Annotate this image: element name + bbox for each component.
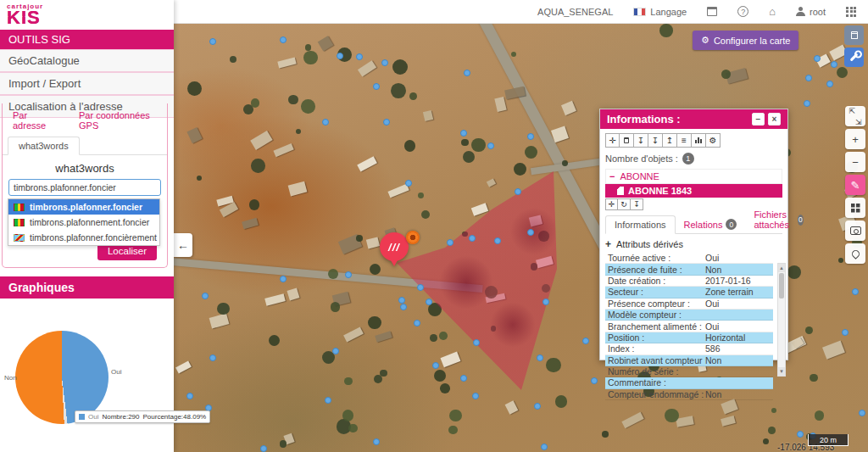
download-icon-button[interactable]: ↧	[648, 133, 663, 148]
tab-fichiers-attach-s[interactable]: Fichiers attachés0	[745, 206, 812, 233]
subscriber-point[interactable]	[432, 362, 439, 369]
subscriber-point[interactable]	[356, 53, 363, 60]
scroll-down-arrow[interactable]: ▼	[778, 367, 785, 376]
subscriber-point[interactable]	[814, 55, 821, 62]
subscriber-point[interactable]	[859, 410, 865, 416]
subscriber-point[interactable]	[527, 229, 534, 236]
subscriber-point[interactable]	[345, 271, 352, 278]
subscriber-point[interactable]	[186, 393, 193, 399]
scroll-up-arrow[interactable]: ▲	[778, 264, 785, 272]
subscriber-point[interactable]	[842, 329, 849, 336]
zoom-out-button[interactable]: −	[845, 152, 865, 172]
download-icon-button[interactable]: ↧	[631, 198, 643, 210]
subscriber-point[interactable]	[398, 297, 405, 304]
collapse-group-icon[interactable]: −	[609, 171, 615, 181]
subscriber-point[interactable]	[202, 293, 209, 299]
subscriber-point[interactable]	[591, 377, 598, 384]
table-row[interactable]: Numéro de série :	[605, 366, 773, 377]
refresh-icon-button[interactable]: ↻	[618, 198, 631, 210]
w3w-search-input[interactable]	[8, 179, 161, 196]
subscriber-point[interactable]	[373, 83, 380, 90]
table-row[interactable]: Présence compteur :Oui	[605, 299, 773, 310]
tab-relations[interactable]: Relations0	[676, 215, 746, 233]
subscriber-point[interactable]	[515, 188, 521, 195]
subscriber-point[interactable]	[209, 38, 216, 45]
close-panel-button[interactable]: ×	[768, 113, 781, 126]
layers-button[interactable]	[845, 198, 865, 218]
subscriber-point[interactable]	[260, 445, 267, 452]
subscriber-point[interactable]	[447, 239, 453, 246]
minimize-panel-button[interactable]: −	[752, 113, 765, 126]
informations-panel-header[interactable]: Informations : − ×	[600, 109, 787, 129]
subscriber-point[interactable]	[469, 235, 476, 242]
subscriber-point[interactable]	[280, 36, 287, 43]
panel-scrollbar[interactable]: ▲ ▼	[777, 263, 786, 377]
subscriber-point[interactable]	[426, 299, 432, 305]
subscriber-point[interactable]	[797, 431, 804, 438]
link-by-gps[interactable]: Par coordonnées GPS	[79, 110, 167, 131]
subscriber-point[interactable]	[383, 119, 390, 126]
table-row[interactable]: Présence de fuite :Non	[605, 264, 773, 275]
screenshot-button[interactable]	[845, 220, 865, 241]
suggestion-item[interactable]: timbrons.plafonner.foncier	[8, 199, 159, 215]
subscriber-point[interactable]	[541, 444, 548, 450]
apps-button[interactable]	[846, 7, 856, 17]
subscriber-point[interactable]	[460, 130, 467, 137]
subscriber-point[interactable]	[322, 119, 329, 126]
subscriber-point[interactable]	[373, 438, 380, 445]
link-by-address[interactable]: Par adresse	[13, 110, 60, 131]
upload-icon-button[interactable]: ↥	[663, 133, 677, 148]
move-icon-button[interactable]: ✛	[605, 133, 620, 148]
sidebar-collapse-button[interactable]: ←	[174, 233, 192, 257]
table-row[interactable]: Tournée active :Oui	[605, 253, 773, 264]
move-icon-button[interactable]: ✛	[605, 198, 618, 210]
subscriber-point[interactable]	[852, 288, 859, 295]
subscriber-point[interactable]	[804, 100, 810, 107]
selected-object-row[interactable]: ABONNE 1843	[605, 184, 782, 198]
app-logo[interactable]: cartajour KIS	[0, 0, 174, 30]
table-row[interactable]: Secteur :Zone terrain	[605, 287, 773, 298]
language-menu[interactable]: Langage	[633, 7, 687, 17]
help-button[interactable]: ?	[737, 6, 748, 17]
group-row-abonne[interactable]: − ABONNE	[605, 169, 782, 184]
subscriber-point[interactable]	[400, 304, 407, 310]
chart-icon-button[interactable]	[692, 133, 706, 148]
user-menu[interactable]: root	[796, 7, 826, 17]
table-row[interactable]: Index :586	[605, 343, 773, 354]
trash-icon-button[interactable]	[620, 133, 634, 148]
subscriber-point[interactable]	[417, 284, 424, 291]
subscriber-point[interactable]	[542, 299, 549, 305]
subscriber-point[interactable]	[209, 354, 216, 361]
subscriber-point[interactable]	[494, 237, 501, 244]
locate-button[interactable]	[845, 243, 865, 264]
subscriber-point[interactable]	[472, 393, 479, 399]
list-icon-button[interactable]: ≡	[677, 133, 692, 148]
subscriber-point[interactable]	[460, 375, 467, 382]
zoom-extent-button[interactable]	[845, 106, 865, 126]
derived-attributes-toggle[interactable]: + Attributs dérivés	[605, 238, 782, 250]
selected-object-marker[interactable]	[406, 231, 420, 244]
configure-map-button[interactable]: ⚙ Configurer la carte	[693, 31, 798, 50]
table-row[interactable]: Date création :2017-01-16	[605, 276, 773, 287]
delete-tool-button[interactable]	[844, 25, 864, 45]
table-row[interactable]: Compteur endommagé :Non	[605, 389, 773, 400]
subscriber-point[interactable]	[537, 354, 543, 361]
subscriber-point[interactable]	[534, 403, 541, 410]
gear-icon-button[interactable]: ⚙	[706, 133, 721, 148]
subscriber-point[interactable]	[487, 142, 494, 149]
download-icon-button[interactable]: ↧	[634, 133, 648, 148]
what3words-pin-marker[interactable]: ///	[380, 232, 409, 261]
suggestion-item[interactable]: timbrons.plafonner.foncièrement	[8, 230, 159, 245]
subscriber-point[interactable]	[405, 180, 412, 187]
subscriber-point[interactable]	[325, 397, 331, 404]
sidebar-item-geocatalogue[interactable]: GéoCatalogue	[0, 49, 174, 72]
subscriber-point[interactable]	[414, 320, 420, 326]
subscriber-point[interactable]	[464, 70, 470, 76]
table-row[interactable]: Robinet avant compteur :Non	[605, 355, 773, 366]
subscriber-point[interactable]	[831, 61, 837, 68]
table-row[interactable]: Position :Horizontal	[605, 332, 773, 343]
subscriber-point[interactable]	[337, 53, 343, 59]
tab-what3words[interactable]: what3words	[8, 137, 80, 155]
subscriber-point[interactable]	[826, 81, 833, 87]
subscriber-point[interactable]	[473, 339, 480, 346]
